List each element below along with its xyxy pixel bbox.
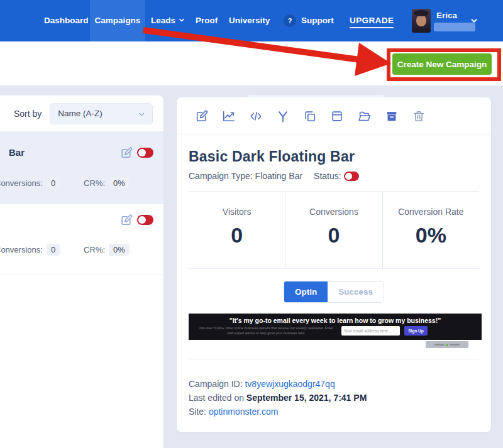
chevron-down-icon [178, 16, 185, 24]
split-test-icon[interactable] [276, 109, 290, 123]
avatar-hair [414, 10, 429, 16]
last-edited-line: Last edited on September 15, 2021, 7:41 … [189, 391, 479, 405]
preview-email-field [341, 326, 400, 336]
divider [189, 268, 479, 269]
conversions-label: Conversions: [0, 245, 43, 254]
campaign-meta: Campaign Type: Floating Bar Status: [189, 171, 479, 181]
nav-leads[interactable]: Leads [151, 0, 185, 41]
help-circle-icon[interactable]: ? [284, 14, 296, 27]
preview-tabs: Optin Success [189, 281, 479, 303]
stat-value: 0 [285, 223, 382, 248]
nav-dashboard[interactable]: Dashboard [44, 0, 89, 41]
top-nav: Dashboard Campaigns Leads Proof Universi… [0, 0, 503, 41]
status-toggle[interactable] [137, 215, 153, 225]
site-line: Site: optinmonster.com [189, 405, 479, 418]
trash-icon[interactable] [412, 109, 426, 123]
site-label: Site: [189, 407, 206, 417]
chevron-down-icon [137, 110, 146, 119]
layout-icon[interactable] [330, 109, 344, 123]
last-edited-label: Last edited on [189, 393, 244, 403]
tab-success[interactable]: Success [328, 281, 384, 302]
stat-label: Conversions [285, 207, 382, 217]
campaign-type-value: Floating Bar [255, 171, 302, 181]
floating-bar-preview: "It's my go-to email every week to learn… [189, 314, 482, 340]
stat-value: 0% [383, 223, 479, 248]
cr-label: CR%: [84, 245, 105, 254]
divider [189, 359, 479, 359]
conversion-rate-stat: Conversion Rate 0% [382, 192, 479, 268]
status-toggle[interactable] [344, 172, 359, 181]
campaign-info-footer: Campaign ID: tv8yewjxugkaodgr47qq Last e… [189, 377, 479, 418]
edit-icon[interactable] [120, 146, 133, 162]
site-link[interactable]: optinmonster.com [209, 407, 279, 417]
optinmonster-watermark [426, 341, 468, 348]
campaign-detail-panel: Basic Dark Floating Bar Campaign Type: F… [177, 97, 491, 432]
campaign-toolbar [177, 97, 491, 135]
visitors-stat: Visitors 0 [189, 192, 285, 268]
edit-icon[interactable] [195, 109, 209, 123]
stat-label: Conversion Rate [383, 207, 479, 217]
campaign-id-label: Campaign ID: [189, 379, 243, 389]
archive-icon[interactable] [385, 109, 399, 123]
sort-row: Sort by Name (A-Z) [0, 96, 163, 132]
user-avatar[interactable] [412, 9, 431, 33]
stat-label: Visitors [189, 207, 285, 217]
conversions-stat: Conversions 0 [285, 192, 382, 268]
page-title: Basic Dark Floating Bar [189, 148, 479, 165]
preview-subtext: Join over 5,000+ other online business o… [196, 326, 336, 336]
optinmonster-dashboard: Dashboard Campaigns Leads Proof Universi… [0, 0, 503, 448]
code-icon[interactable] [249, 109, 263, 123]
cr-value: 0% [109, 177, 130, 189]
status-label: Status: [314, 171, 341, 181]
preview-quote: "It's my go-to email every week to learn… [189, 317, 482, 324]
nav-proof[interactable]: Proof [196, 0, 218, 41]
folder-open-icon[interactable] [357, 109, 372, 123]
create-new-campaign-button[interactable]: Create New Campaign [392, 53, 492, 75]
campaign-list-sidebar: Sort by Name (A-Z) Bar Conversions: 0 CR… [0, 96, 163, 448]
campaign-type-label: Campaign Type: [189, 171, 253, 181]
duplicate-icon[interactable] [303, 109, 317, 123]
cr-value: 0% [109, 244, 130, 256]
analytics-icon[interactable] [222, 109, 236, 123]
nav-university[interactable]: University [229, 0, 270, 41]
nav-campaigns[interactable]: Campaigns [90, 0, 145, 41]
user-name[interactable]: Erica [436, 11, 457, 21]
campaign-stats: Conversions: 0 CR%: 0% [0, 244, 130, 256]
tab-optin[interactable]: Optin [284, 281, 328, 302]
nav-upgrade[interactable]: UPGRADE [350, 16, 394, 28]
campaign-stats: Conversions: 0 CR%: 0% [0, 177, 130, 189]
conversions-value: 0 [47, 244, 60, 256]
stats-row: Visitors 0 Conversions 0 Conversion Rate… [189, 192, 479, 268]
cr-label: CR%: [84, 178, 105, 188]
edit-icon[interactable] [120, 214, 133, 229]
nav-support[interactable]: Support [301, 0, 334, 41]
conversions-label: Conversions: [0, 178, 43, 188]
conversions-value: 0 [47, 177, 60, 189]
sort-select-value: Name (A-Z) [58, 109, 102, 118]
campaign-list-item[interactable]: Conversions: 0 CR%: 0% [0, 204, 163, 275]
chevron-down-icon[interactable] [470, 16, 478, 25]
campaign-list-item[interactable]: Bar Conversions: 0 CR%: 0% [0, 132, 163, 204]
preview-signup-button: Sign Up [404, 326, 428, 336]
sort-by-label: Sort by [14, 109, 41, 119]
status-toggle[interactable] [137, 148, 153, 158]
campaign-id-link[interactable]: tv8yewjxugkaodgr47qq [245, 379, 334, 389]
last-edited-value: September 15, 2021, 7:41 PM [246, 393, 367, 403]
campaign-preview: "It's my go-to email every week to learn… [189, 314, 479, 340]
sort-select[interactable]: Name (A-Z) [50, 103, 153, 124]
campaign-id-line: Campaign ID: tv8yewjxugkaodgr47qq [189, 377, 479, 391]
campaign-name: Bar [9, 147, 25, 158]
stat-value: 0 [189, 223, 285, 248]
